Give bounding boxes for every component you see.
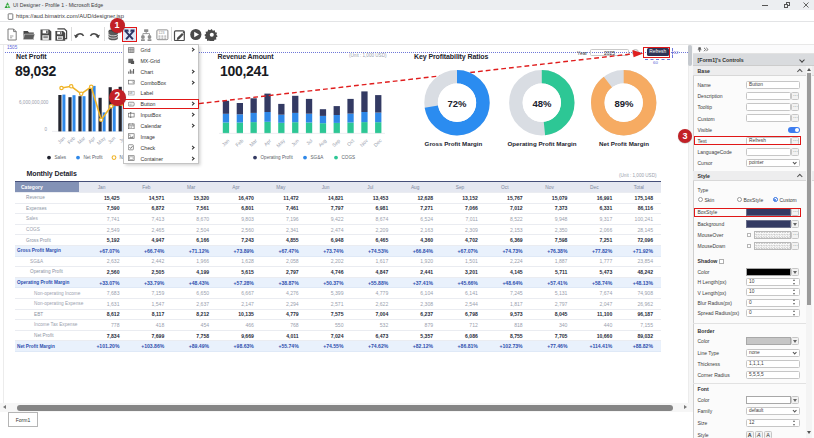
svg-text:Feb: Feb <box>234 137 244 147</box>
svg-text:Mar: Mar <box>76 135 87 146</box>
svg-text:Mar: Mar <box>248 137 259 148</box>
svg-text:Sep: Sep <box>331 137 342 148</box>
svg-text:Apr: Apr <box>87 135 97 145</box>
svg-text:Apr: Apr <box>262 137 272 147</box>
svg-text:Aug: Aug <box>317 137 328 148</box>
svg-text:Jul: Jul <box>305 137 314 146</box>
svg-text:May: May <box>275 137 286 148</box>
svg-text:Nov: Nov <box>358 137 369 148</box>
svg-text:Jun: Jun <box>107 135 117 145</box>
svg-text:Dec: Dec <box>372 137 383 148</box>
svg-text:Jan: Jan <box>56 135 66 145</box>
svg-text:Jan: Jan <box>221 137 231 147</box>
svg-text:Feb: Feb <box>66 135 76 145</box>
svg-text:123: 123 <box>159 31 165 35</box>
svg-text:Oct: Oct <box>345 137 355 147</box>
svg-text:Jun: Jun <box>290 137 300 147</box>
svg-text:May: May <box>95 135 106 146</box>
svg-text:ab: ab <box>129 91 133 95</box>
